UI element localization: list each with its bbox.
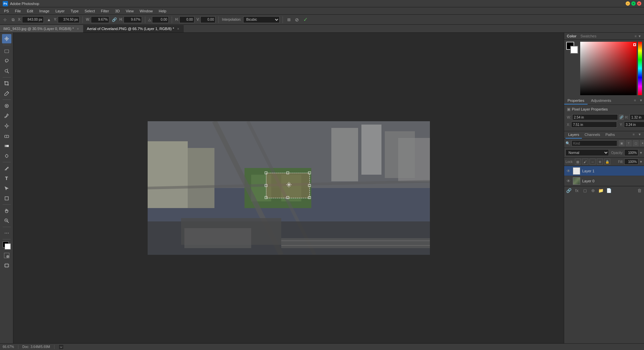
lock-pixels-btn[interactable]: 🖌: [582, 159, 588, 165]
eraser-tool[interactable]: [2, 131, 11, 141]
color-panel-collapse-icon[interactable]: ▼: [638, 34, 641, 38]
opacity-dropdown-icon[interactable]: ▼: [639, 151, 643, 155]
close-button[interactable]: ×: [637, 1, 641, 6]
zoom-tool[interactable]: [2, 216, 11, 225]
background-swatch[interactable]: [5, 243, 11, 249]
menu-image[interactable]: Image: [36, 8, 52, 14]
new-group-btn[interactable]: 📁: [598, 187, 604, 194]
h-input[interactable]: [124, 16, 142, 23]
layers-kind-filter[interactable]: [572, 140, 617, 146]
filter-shape-btn[interactable]: ◻: [633, 140, 639, 146]
background-color-swatch[interactable]: [570, 46, 578, 54]
layer-item-0[interactable]: 👁 Layer 1: [564, 166, 644, 176]
props-x-input[interactable]: [571, 122, 617, 128]
commit-transform-button[interactable]: ✓: [303, 16, 308, 23]
menu-file[interactable]: File: [12, 8, 24, 14]
fill-dropdown-icon[interactable]: ▼: [639, 160, 643, 164]
color-saturation-field[interactable]: [580, 42, 637, 95]
menu-type[interactable]: Type: [68, 8, 82, 14]
tab-adjustments[interactable]: Adjustments: [588, 97, 615, 105]
lock-all-btn[interactable]: 🔒: [604, 159, 610, 165]
eyedropper-tool[interactable]: [2, 89, 11, 98]
menu-help[interactable]: Help: [156, 8, 169, 14]
layers-panel-menu[interactable]: ≡: [631, 131, 637, 139]
cancel-transform-icon[interactable]: ⊘: [294, 17, 300, 23]
move-tool[interactable]: [2, 34, 11, 43]
path-select-tool[interactable]: [2, 184, 11, 193]
menu-window[interactable]: Window: [137, 8, 155, 14]
hue-slider[interactable]: [638, 42, 642, 95]
color-panel-menu-icon[interactable]: ≡: [635, 34, 637, 38]
new-layer-btn[interactable]: 📄: [606, 187, 612, 194]
lock-position-btn[interactable]: ↔: [590, 159, 596, 165]
dodge-tool[interactable]: [2, 151, 11, 161]
props-w-input[interactable]: [572, 114, 618, 120]
window-controls[interactable]: – + ×: [626, 1, 641, 6]
fill-input[interactable]: [624, 159, 638, 165]
hand-tool[interactable]: [2, 206, 11, 215]
menu-edit[interactable]: Edit: [24, 8, 36, 14]
menu-select[interactable]: Select: [82, 8, 98, 14]
swatches-tab[interactable]: Swatches: [581, 34, 597, 38]
menu-layer[interactable]: Layer: [53, 8, 67, 14]
clone-tool[interactable]: [2, 121, 11, 131]
layers-tab[interactable]: Layers: [566, 131, 582, 139]
more-tools-btn[interactable]: ⋯: [2, 228, 11, 238]
x-input[interactable]: [22, 16, 44, 23]
color-tab[interactable]: Color: [567, 34, 577, 38]
tab-1[interactable]: Aerial of Cleveland.PNG @ 66.7% (Layer 1…: [84, 25, 184, 32]
healing-tool[interactable]: [2, 101, 11, 111]
shape-tool[interactable]: [2, 194, 11, 203]
add-mask-btn[interactable]: ◻: [582, 187, 588, 194]
layer-item-1[interactable]: 👁 Layer 0: [564, 176, 644, 186]
hskew-input[interactable]: [179, 16, 194, 23]
menu-3d[interactable]: 3D: [112, 8, 122, 14]
interpolation-select[interactable]: Bicubic Bilinear Nearest Neighbor: [243, 16, 280, 23]
quick-select-tool[interactable]: [2, 66, 11, 76]
rect-select-tool[interactable]: [2, 46, 11, 56]
quick-mask-btn[interactable]: [2, 251, 11, 260]
crop-tool[interactable]: [2, 79, 11, 88]
layers-panel-collapse[interactable]: ▼: [637, 131, 643, 139]
text-tool[interactable]: T: [2, 174, 11, 183]
screen-mode-btn[interactable]: [2, 261, 11, 270]
vskew-input[interactable]: [200, 16, 215, 23]
opacity-input[interactable]: [624, 149, 638, 156]
properties-panel-menu[interactable]: ≡: [632, 97, 638, 105]
tab-1-close[interactable]: ×: [176, 27, 180, 31]
canvas-image[interactable]: [148, 121, 430, 255]
color-swatches[interactable]: [2, 241, 11, 250]
filter-smart-btn[interactable]: ✦: [640, 140, 644, 146]
add-layer-style-btn[interactable]: fx: [574, 187, 580, 194]
props-h-input[interactable]: [630, 114, 644, 120]
minimize-button[interactable]: –: [626, 1, 630, 6]
grid-warp-icon[interactable]: ⊞: [286, 17, 292, 23]
delete-layer-btn[interactable]: 🗑: [636, 187, 643, 194]
paths-tab[interactable]: Paths: [603, 131, 618, 139]
brush-tool[interactable]: [2, 111, 11, 121]
tab-0[interactable]: IMG_9433.jpg @ 30.5% (Layer 0, RGB/8) * …: [0, 25, 84, 32]
gradient-tool[interactable]: [2, 141, 11, 151]
lasso-tool[interactable]: [2, 56, 11, 66]
props-y-input[interactable]: [624, 122, 644, 128]
link-icon[interactable]: 🔗: [111, 17, 117, 23]
y-input[interactable]: [58, 16, 79, 23]
link-layers-btn[interactable]: 🔗: [566, 187, 572, 194]
status-arrow-btn[interactable]: [58, 344, 64, 350]
lock-transparent-btn[interactable]: ▦: [575, 159, 581, 165]
w-input[interactable]: [91, 16, 109, 23]
layer-1-visibility[interactable]: 👁: [566, 179, 571, 183]
channels-tab[interactable]: Channels: [582, 131, 603, 139]
rotation-input[interactable]: [152, 16, 169, 23]
menu-filter[interactable]: Filter: [98, 8, 112, 14]
pen-tool[interactable]: [2, 164, 11, 173]
maximize-button[interactable]: +: [631, 1, 636, 6]
new-adjustment-btn[interactable]: ⊕: [590, 187, 596, 194]
tab-properties[interactable]: Properties: [564, 97, 588, 105]
menu-ps[interactable]: PS: [1, 8, 12, 14]
layer-0-visibility[interactable]: 👁: [566, 169, 571, 173]
filter-text-btn[interactable]: T: [626, 140, 632, 146]
tab-0-close[interactable]: ×: [76, 27, 80, 31]
lock-artboard-btn[interactable]: ⊕: [597, 159, 603, 165]
blend-mode-select[interactable]: Normal Multiply Screen Overlay: [566, 149, 609, 156]
